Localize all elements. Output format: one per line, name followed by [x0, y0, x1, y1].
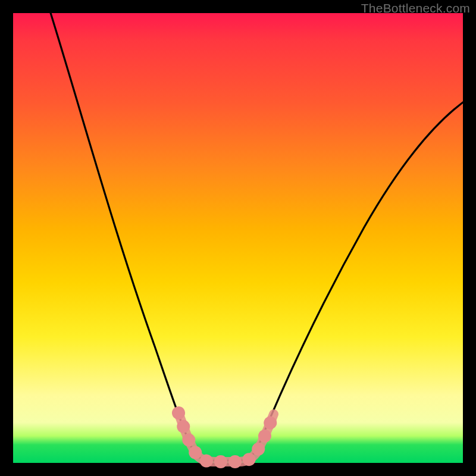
plot-area: [13, 13, 463, 463]
watermark-text: TheBottleneck.com: [361, 1, 470, 15]
curve-layer: [13, 13, 463, 463]
bottleneck-curve: [49, 7, 471, 461]
chart-frame: TheBottleneck.com: [0, 0, 476, 476]
highlight-band-fill: [178, 413, 274, 462]
